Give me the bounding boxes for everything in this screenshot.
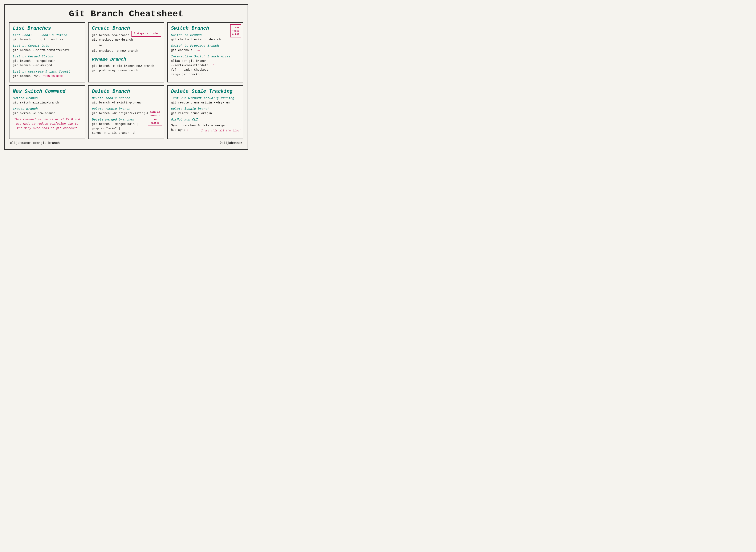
prev-cmd: git checkout - (171, 48, 196, 52)
delete-local-label: Delete locale branch (92, 96, 160, 100)
rename-section: Rename Branch git branch -m old-branch n… (92, 57, 160, 73)
new-switch-cmd: git switch existing-branch (13, 101, 82, 105)
use-these-box: I USETHESEA LOT (230, 24, 241, 37)
card-delete-branch: Delete Branch Delete locale branch git b… (88, 86, 164, 139)
create-cmd2: git checkout new-branch (92, 38, 133, 42)
delete-merged-cmds: git branch --merged main | grep -v "main… (92, 122, 138, 135)
switch-to-label: Switch to Branch (171, 33, 240, 37)
create-cmd1: git branch new-branch (92, 33, 133, 38)
create-cmds-col: git branch new-branch git checkout new-b… (92, 33, 133, 42)
local-col: List Local git branch (13, 33, 32, 42)
rename-title: Rename Branch (92, 57, 160, 62)
prev-label: Switch to Previous Branch (171, 44, 240, 48)
local-label: List Local (13, 33, 32, 37)
card-switch-branch: I USETHESEA LOT Switch Branch Switch to … (167, 22, 243, 83)
hub-label: GitHub Hub CLI (171, 118, 240, 122)
remote-label: Local & Remote (40, 33, 67, 37)
create-branch-title: Create Branch (92, 26, 160, 31)
new-create-label: Create Branch (13, 107, 82, 111)
sync-label: Sync branches & delete merged (171, 124, 240, 127)
delete-merged-cmd1: git branch --merged main | (92, 122, 138, 126)
new-switch-title: New Switch Command (13, 89, 82, 94)
card-list-branches: List Branches List Local git branch Loca… (9, 22, 85, 83)
delete-stale-title: Delete Stale Tracking (171, 89, 240, 94)
prev-arrow-icon: ← (198, 48, 200, 52)
alias-arrow-icon: ← (213, 63, 215, 67)
sync-cmd: hub sync (171, 128, 185, 132)
sync-arrow-icon: ← (187, 128, 189, 132)
switch-to-cmd: git checkout existing-branch (171, 37, 240, 42)
hub-note: I use this all the time! (201, 129, 241, 132)
commit-date-label: List by Commit Date (13, 44, 82, 48)
local-cmd: git branch (13, 37, 32, 42)
merged-label: List by Merged Status (13, 55, 82, 58)
new-create-cmd: git switch -c new-branch (13, 111, 82, 116)
this-is-nice: THIS IS NICE (43, 75, 63, 78)
page-title: Git Branch Cheatsheet (9, 7, 243, 22)
alias-cmds: alias cb='git branch --sort=-committerda… (171, 59, 212, 77)
alias-cmd1: alias cb='git branch (171, 59, 212, 63)
delete-merged-cmd3: xargs -n 1 git branch -d (92, 131, 138, 135)
steps-box: 2 steps or 1 step (131, 31, 161, 37)
card-create-branch: Create Branch git branch new-branch git … (88, 22, 164, 83)
create-cmd3: git checkout -b new-branch (92, 49, 160, 53)
new-switch-note: This command is new as of v2.27.0 and wa… (13, 117, 82, 131)
rename-cmd1: git branch -m old-branch new-branch (92, 64, 160, 68)
page: Git Branch Cheatsheet List Branches List… (4, 4, 248, 150)
footer-right: @elijahmanor (220, 141, 243, 145)
commit-date-cmd: git branch --sort=-committerdate (13, 48, 82, 52)
stale-local-cmd: git remote prune origin (171, 111, 240, 116)
upstream-cmd: git branch -vv (13, 74, 38, 79)
alias-cmd2: --sort=-committerdate | (171, 63, 212, 68)
stale-local-label: Delete locale branch (171, 107, 240, 111)
upstream-label: List by Upstream & Last Commit (13, 70, 82, 74)
switch-branch-title: Switch Branch (171, 26, 240, 31)
delete-branch-title: Delete Branch (92, 89, 160, 94)
new-switch-label: Switch Branch (13, 96, 82, 100)
dry-run-cmd: git remote prune origin --dry-run (171, 101, 240, 105)
alias-label: Interactive Switch Branch Alias (171, 55, 240, 58)
merged-cmd1: git branch --merged main (13, 59, 82, 63)
card-delete-stale: Delete Stale Tracking Test Run without A… (167, 86, 243, 139)
master-box: main asdefaultnotmaster (148, 109, 162, 126)
alias-cmd3: fzf --header Checkout | (171, 68, 212, 72)
alias-row: alias cb='git branch --sort=-committerda… (171, 59, 240, 77)
delete-local-cmd: git branch -d existing-branch (92, 101, 160, 105)
footer-left: elijahmanor.com/git-branch (10, 141, 60, 145)
prev-row: git checkout - ← (171, 48, 240, 52)
dry-run-label: Test Run without Actually Pruning (171, 96, 240, 100)
rename-cmd2: git push origin new-branch (92, 68, 160, 73)
upstream-row: git branch -vv ← THIS IS NICE (13, 74, 82, 79)
list-branches-title: List Branches (13, 26, 82, 31)
alias-cmd4: xargs git checkout' (171, 72, 212, 77)
footer: elijahmanor.com/git-branch @elijahmanor (9, 139, 243, 145)
main-grid: List Branches List Local git branch Loca… (9, 22, 243, 139)
merged-cmd2: git branch --no-merged (13, 63, 82, 68)
list-branches-top: List Local git branch Local & Remote git… (13, 33, 82, 42)
or-text: ... or ... (92, 44, 160, 47)
remote-col: Local & Remote git branch -a (40, 33, 67, 42)
card-new-switch: New Switch Command Switch Branch git swi… (9, 86, 85, 139)
delete-merged-cmd2: grep -v "main" | (92, 126, 138, 131)
remote-cmd: git branch -a (40, 37, 67, 42)
arrow-icon: ← (39, 75, 41, 78)
